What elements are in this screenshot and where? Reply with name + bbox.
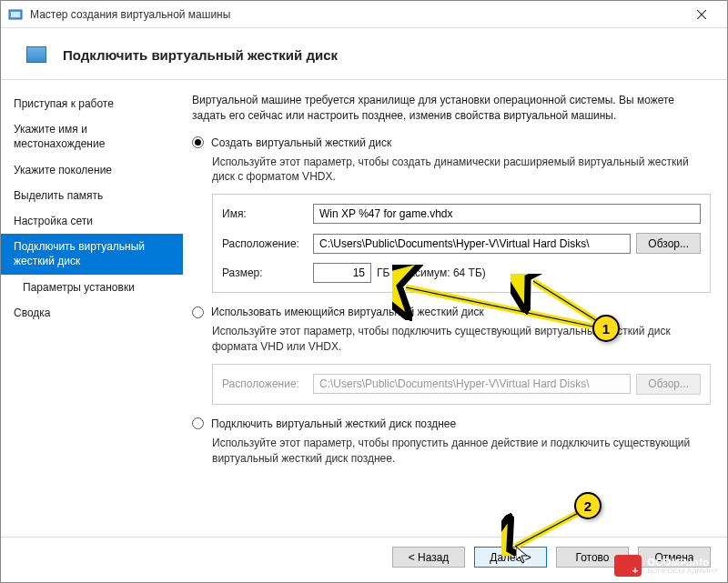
sidebar: Приступая к работе Укажите имя и местона… xyxy=(1,80,183,537)
sidebar-item-name[interactable]: Укажите имя и местонахождение xyxy=(1,116,183,156)
cancel-button[interactable]: Отмена xyxy=(638,547,711,568)
svg-rect-1 xyxy=(11,12,20,17)
browse-button[interactable]: Обзор... xyxy=(636,233,701,254)
location-input[interactable] xyxy=(313,234,631,254)
name-label: Имя: xyxy=(222,207,313,220)
sidebar-item-memory[interactable]: Выделить память xyxy=(1,183,183,208)
sidebar-item-install[interactable]: Параметры установки xyxy=(1,275,183,300)
option-existing-label: Использовать имеющийся виртуальный жестк… xyxy=(211,306,484,318)
option-attach-later[interactable]: Подключить виртуальный жесткий диск позд… xyxy=(192,417,711,430)
option-later-desc: Используйте этот параметр, чтобы пропуст… xyxy=(192,436,711,467)
name-input[interactable] xyxy=(313,204,701,224)
sidebar-item-start[interactable]: Приступая к работе xyxy=(1,91,183,116)
radio-later[interactable] xyxy=(192,417,204,429)
window-title: Мастер создания виртуальной машины xyxy=(30,8,683,21)
location-label: Расположение: xyxy=(222,237,313,250)
back-button[interactable]: < Назад xyxy=(392,547,465,568)
existing-form: Расположение: Обзор... xyxy=(212,364,711,405)
size-label: Размер: xyxy=(222,266,313,279)
option-existing-desc: Используйте этот параметр, чтобы подключ… xyxy=(192,324,711,355)
option-create-desc: Используйте этот параметр, чтобы создать… xyxy=(192,155,711,186)
footer: < Назад Далее > Готово Отмена xyxy=(1,537,727,582)
wizard-window: Мастер создания виртуальной машины Подкл… xyxy=(0,0,728,583)
existing-location-label: Расположение: xyxy=(222,377,313,390)
step-icon xyxy=(26,46,46,63)
sidebar-item-summary[interactable]: Сводка xyxy=(1,300,183,326)
existing-browse-button: Обзор... xyxy=(636,374,701,395)
radio-create[interactable] xyxy=(192,136,204,148)
page-title: Подключить виртуальный жесткий диск xyxy=(63,47,338,63)
radio-existing[interactable] xyxy=(192,307,204,318)
option-later-label: Подключить виртуальный жесткий диск позд… xyxy=(211,417,456,430)
sidebar-item-generation[interactable]: Укажите поколение xyxy=(1,157,183,183)
content: Виртуальной машине требуется хранилище д… xyxy=(183,80,727,537)
intro-text: Виртуальной машине требуется хранилище д… xyxy=(192,93,711,124)
option-create-label: Создать виртуальный жесткий диск xyxy=(211,136,391,149)
existing-location-input xyxy=(313,374,631,394)
sidebar-item-network[interactable]: Настройка сети xyxy=(1,208,183,234)
finish-button[interactable]: Готово xyxy=(556,547,629,568)
size-unit: ГБ (максимум: 64 ТБ) xyxy=(377,266,486,279)
size-input[interactable] xyxy=(313,263,371,283)
option-use-existing[interactable]: Использовать имеющийся виртуальный жестк… xyxy=(192,306,711,318)
option-create-vhd[interactable]: Создать виртуальный жесткий диск xyxy=(192,136,711,149)
create-form: Имя: Расположение: Обзор... Размер: ГБ (… xyxy=(212,194,711,293)
wizard-header: Подключить виртуальный жесткий диск xyxy=(1,28,727,79)
next-button[interactable]: Далее > xyxy=(474,547,547,568)
close-button[interactable] xyxy=(683,2,720,27)
app-icon xyxy=(8,7,23,22)
titlebar: Мастер создания виртуальной машины xyxy=(1,1,727,28)
sidebar-item-vhd[interactable]: Подключить виртуальный жесткий диск xyxy=(1,234,183,274)
wizard-body: Приступая к работе Укажите имя и местона… xyxy=(1,79,727,537)
